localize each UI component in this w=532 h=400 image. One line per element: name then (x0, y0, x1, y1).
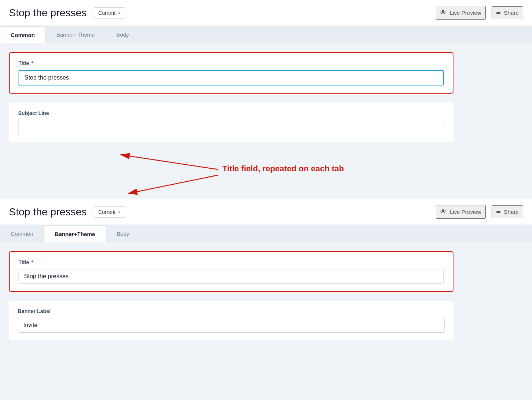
tab-common-bottom[interactable]: Common (0, 225, 44, 242)
panel-top-content: Title * Subject Line (0, 43, 532, 151)
banner-field-label: Banner Label (18, 308, 445, 314)
annotation-arrows (7, 151, 459, 199)
svg-line-2 (120, 155, 218, 169)
title-field-label-bottom: Title * (19, 259, 444, 265)
live-preview-label-bottom: Live Preview (450, 209, 481, 215)
version-dropdown[interactable]: Current ∨ (93, 7, 126, 19)
tab-common-top[interactable]: Common (0, 26, 46, 43)
banner-label-input[interactable] (18, 318, 445, 333)
version-label: Current (98, 10, 116, 16)
chevron-down-icon: ∨ (118, 10, 121, 15)
required-star-top: * (31, 60, 33, 66)
live-preview-label: Live Preview (450, 10, 481, 16)
panel-top: Stop the presses Current ∨ 👁 Live Previe… (0, 0, 532, 151)
panel-bottom-header: Stop the presses Current ∨ 👁 Live Previe… (0, 199, 532, 225)
title-form-card-top: Title * (9, 52, 453, 94)
tab-body-bottom[interactable]: Body (106, 225, 140, 242)
eye-icon-bottom: 👁 (440, 208, 447, 216)
live-preview-button-bottom[interactable]: 👁 Live Preview (436, 205, 486, 219)
tabs-bar-bottom: Common Banner+Theme Body (0, 225, 532, 242)
share-label-bottom: Share (504, 209, 519, 215)
version-dropdown-bottom[interactable]: Current ∨ (93, 206, 126, 218)
share-button[interactable]: ➦ Share (492, 6, 523, 19)
panel-bottom-content: Title * Banner Label (0, 242, 532, 349)
tab-banner-theme-bottom[interactable]: Banner+Theme (44, 225, 106, 242)
panel-bottom: Stop the presses Current ∨ 👁 Live Previe… (0, 199, 532, 349)
required-star-bottom: * (31, 259, 33, 265)
tab-banner-theme-top[interactable]: Banner+Theme (46, 26, 106, 43)
subject-card-top: Subject Line (9, 102, 453, 142)
title-input-top[interactable] (19, 70, 444, 85)
tabs-bar-top: Common Banner+Theme Body (0, 26, 532, 43)
version-label-bottom: Current (98, 209, 116, 215)
share-label: Share (504, 10, 519, 16)
share-icon-bottom: ➦ (496, 208, 501, 215)
title-field-label-top: Title * (19, 60, 444, 66)
svg-line-3 (128, 175, 218, 194)
share-icon: ➦ (496, 9, 501, 16)
subject-input[interactable] (18, 120, 444, 134)
tab-body-top[interactable]: Body (106, 26, 140, 43)
panel-top-header: Stop the presses Current ∨ 👁 Live Previe… (0, 0, 532, 26)
banner-label-card: Banner Label (9, 301, 453, 340)
title-form-card-bottom: Title * (9, 251, 453, 292)
live-preview-button[interactable]: 👁 Live Preview (436, 6, 486, 20)
annotation-text: Title field, repeated on each tab (222, 164, 400, 174)
page-title-bottom: Stop the presses (9, 206, 87, 218)
title-input-bottom[interactable] (19, 269, 444, 284)
chevron-down-icon-bottom: ∨ (118, 209, 121, 214)
annotation-area: Title field, repeated on each tab (7, 151, 459, 199)
page-title: Stop the presses (9, 7, 87, 19)
share-button-bottom[interactable]: ➦ Share (492, 205, 523, 218)
eye-icon: 👁 (440, 9, 447, 17)
subject-field-label: Subject Line (18, 110, 444, 116)
